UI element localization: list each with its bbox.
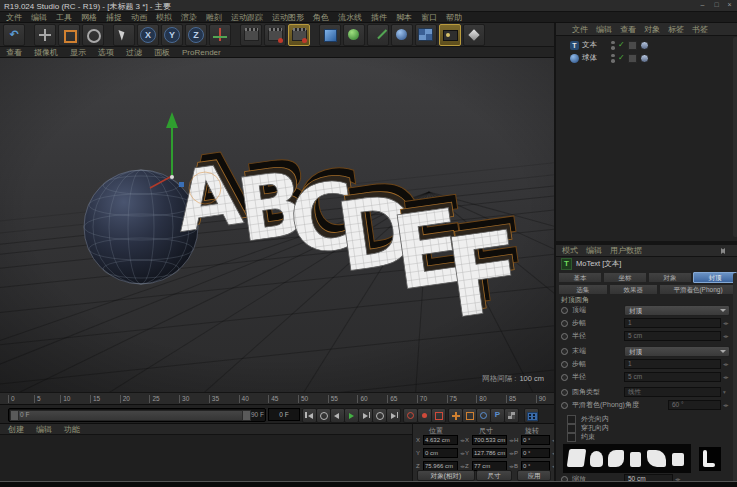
record-position-toggle[interactable] — [448, 408, 463, 423]
rot-p-field[interactable]: 0 ° — [521, 448, 550, 458]
rot-b-field[interactable]: 0 ° — [521, 461, 550, 471]
minimize-button[interactable]: – — [696, 0, 709, 10]
menu-item[interactable]: 文件 — [6, 12, 22, 23]
enabled-check-icon[interactable]: ✓ — [618, 41, 625, 49]
selection-tool-icon[interactable] — [113, 24, 135, 46]
goto-end-button[interactable] — [386, 408, 401, 423]
close-button[interactable]: × — [723, 0, 736, 10]
undo-icon[interactable]: ↶ — [3, 24, 25, 46]
record-rotation-toggle[interactable] — [476, 408, 491, 423]
end-cap-dropdown[interactable]: 封顶 — [624, 346, 730, 357]
render-view-icon[interactable] — [240, 24, 262, 46]
visibility-dots[interactable] — [611, 41, 615, 50]
tab-basic[interactable]: 基本 — [558, 272, 602, 283]
constrain-checkbox[interactable] — [567, 433, 576, 442]
title-bar[interactable]: R19.024 Studio (RC - R19) - [未标题 3 *] - … — [0, 0, 737, 12]
anim-dot[interactable] — [561, 307, 568, 314]
maximize-button[interactable]: □ — [710, 0, 723, 10]
anim-dot[interactable] — [561, 361, 568, 368]
menu-item[interactable]: 窗口 — [421, 12, 437, 23]
viewport-3d[interactable]: A A A B B B C C C D D D — [0, 58, 554, 393]
light-icon[interactable] — [463, 24, 485, 46]
menu-item[interactable]: 动画 — [131, 12, 147, 23]
previous-frame-button[interactable] — [330, 408, 345, 423]
object-row-text[interactable]: T 文本 ✓ — [556, 39, 737, 51]
record-keyframe-button[interactable] — [403, 408, 418, 423]
pos-x-field[interactable]: 4.632 cm — [423, 435, 458, 445]
viewport-menu-item[interactable]: 显示 — [70, 47, 86, 58]
menu-item[interactable]: 脚本 — [396, 12, 412, 23]
attribute-manager-scrollbar[interactable] — [733, 273, 737, 487]
goto-start-button[interactable] — [302, 408, 317, 423]
keyframe-selection-button[interactable] — [431, 408, 446, 423]
object-tag-icon[interactable] — [628, 54, 637, 63]
size-z-field[interactable]: 77 cm — [472, 461, 507, 471]
enabled-check-icon[interactable]: ✓ — [618, 54, 625, 62]
history-forward-icon[interactable] — [721, 248, 725, 254]
rotate-tool-icon[interactable] — [82, 24, 104, 46]
end-radius-field[interactable]: 5 cm — [624, 372, 721, 382]
menu-item[interactable]: 编辑 — [31, 12, 47, 23]
menu-item[interactable]: 模拟 — [156, 12, 172, 23]
record-parameter-toggle[interactable]: P — [490, 408, 505, 423]
attribute-menu-item[interactable]: 模式 — [562, 245, 578, 256]
play-button[interactable] — [344, 408, 359, 423]
pos-z-field[interactable]: 75.966 cm — [423, 461, 458, 471]
timeline-ruler[interactable]: 051015202530354045505560657075808590 — [0, 392, 554, 404]
attribute-history-arrows[interactable] — [721, 248, 725, 254]
viewport-menu-item[interactable]: 选项 — [98, 47, 114, 58]
object-name[interactable]: 球体 — [582, 53, 608, 63]
current-frame-field[interactable]: 0 F — [268, 408, 300, 421]
anim-dot[interactable] — [561, 389, 568, 396]
end-steps-field[interactable]: 1 — [624, 359, 721, 369]
object-manager-menu-item[interactable]: 编辑 — [596, 24, 612, 35]
menu-item[interactable]: 流水线 — [338, 12, 362, 23]
fillet-type-dropdown[interactable]: 线性 — [624, 387, 721, 397]
coord-size-dropdown[interactable]: 尺寸 — [476, 470, 512, 481]
render-picture-viewer-icon[interactable] — [264, 24, 286, 46]
tab-object[interactable]: 对象 — [648, 272, 692, 283]
axis-z-lock-button[interactable]: Z — [185, 24, 207, 46]
object-manager-menu-item[interactable]: 文件 — [572, 24, 588, 35]
record-scale-toggle[interactable] — [462, 408, 477, 423]
loop-playback-button[interactable] — [372, 408, 387, 423]
range-end-handle[interactable] — [242, 410, 251, 421]
menu-item[interactable]: 工具 — [56, 12, 72, 23]
timeline-range-slider[interactable]: 0 F 90 F — [8, 408, 266, 422]
generator-sphere-icon[interactable] — [391, 24, 413, 46]
record-pla-toggle[interactable] — [504, 408, 519, 423]
menu-item[interactable]: 渲染 — [181, 12, 197, 23]
menu-item[interactable]: 运动跟踪 — [231, 12, 263, 23]
coord-mode-dropdown[interactable]: 对象(相对) — [417, 470, 475, 481]
object-row-sphere[interactable]: 球体 ✓ — [556, 52, 737, 64]
start-steps-field[interactable]: 1 — [624, 318, 721, 328]
object-manager-menu-item[interactable]: 查看 — [620, 24, 636, 35]
phong-angle-field[interactable]: 60 ° — [668, 400, 721, 410]
material-menu-item[interactable]: 编辑 — [36, 424, 52, 435]
coordinate-system-icon[interactable] — [209, 24, 231, 46]
viewport-menu-item[interactable]: 过滤 — [126, 47, 142, 58]
anim-dot[interactable] — [561, 333, 568, 340]
phong-tag-icon[interactable] — [640, 41, 649, 50]
tab-coordinates[interactable]: 坐标 — [603, 272, 647, 283]
playback-settings-icon[interactable] — [524, 408, 539, 423]
render-preview-thumbnail-small[interactable] — [698, 446, 722, 472]
z-axis-handle[interactable] — [179, 182, 184, 187]
mograph-array-icon[interactable] — [415, 24, 437, 46]
tab-selections[interactable]: 选集 — [558, 284, 608, 295]
previous-key-button[interactable] — [316, 408, 331, 423]
spline-pen-icon[interactable] — [367, 24, 389, 46]
phong-tag-icon[interactable] — [640, 54, 649, 63]
scale-tool-icon[interactable] — [58, 24, 80, 46]
menu-item[interactable]: 捕捉 — [106, 12, 122, 23]
primitive-cube-icon[interactable] — [319, 24, 341, 46]
pos-y-field[interactable]: 0 cm — [423, 448, 458, 458]
material-manager[interactable]: 创建编辑功能 — [0, 423, 412, 482]
size-y-field[interactable]: 127.786 cm — [472, 448, 507, 458]
apply-button[interactable]: 应用 — [517, 470, 551, 481]
render-preview-thumbnails[interactable] — [562, 443, 692, 474]
object-manager-scrollbar[interactable] — [733, 37, 737, 237]
move-tool-icon[interactable] — [34, 24, 56, 46]
attribute-menu-item[interactable]: 编辑 — [586, 245, 602, 256]
axis-y-lock-button[interactable]: Y — [161, 24, 183, 46]
